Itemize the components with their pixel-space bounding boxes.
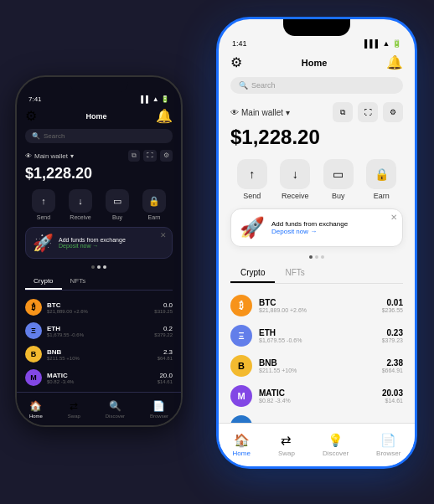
dark-nav-browser[interactable]: 📄 Browser	[150, 400, 168, 419]
light-dot-3	[321, 255, 324, 259]
dark-bnb-name: BNB	[47, 348, 158, 356]
dark-nav-discover-label: Discover	[106, 414, 125, 419]
dark-copy-icon[interactable]: ⧉	[128, 150, 140, 162]
dark-matic-qty: 20.0	[158, 372, 173, 379]
dark-nav-swap-label: Swap	[68, 414, 80, 419]
dark-search-bar[interactable]: 🔍 Search	[25, 129, 173, 143]
light-coin-matic[interactable]: M MATIC $0.82 -3.4% 20.03 $14.61	[230, 381, 403, 411]
dark-search-placeholder: Search	[44, 132, 65, 140]
light-screen: ⚙ Home 🔔 🔍 Search 👁 Main wallet ▾ ⧉ ⛶ ⚙	[219, 48, 415, 448]
dark-nav-discover[interactable]: 🔍 Discover	[106, 400, 125, 419]
dark-dot-3	[103, 265, 106, 269]
dark-gear-icon[interactable]: ⚙	[25, 108, 37, 124]
light-tab-nfts[interactable]: NFTs	[275, 264, 314, 283]
dark-matic-price: $0.82 -3.4%	[47, 379, 158, 384]
light-signals: ▌▌▌ ▲ 🔋	[364, 39, 401, 48]
dark-nav-home-label: Home	[29, 414, 43, 419]
dark-close-icon[interactable]: ✕	[160, 231, 167, 239]
dark-tabs: Crypto NFTs	[25, 274, 173, 291]
light-nav-home[interactable]: 🏠 Home	[233, 433, 251, 457]
dark-earn-label: Earn	[148, 214, 161, 220]
dark-earn-icon: 🔒	[142, 189, 166, 213]
light-settings-btn[interactable]: ⚙	[383, 102, 403, 122]
light-send-icon: ↑	[237, 159, 267, 189]
dark-matic-amount: 20.0 $14.61	[158, 372, 173, 384]
dark-eth-val: $379.22	[154, 332, 173, 337]
light-buy-label: Buy	[332, 192, 345, 200]
dark-eth-amount: 0.2 $379.22	[154, 325, 173, 337]
dark-eye-icon: 👁	[25, 152, 32, 160]
light-banner-link[interactable]: Deposit now →	[271, 228, 348, 235]
dark-coin-eth[interactable]: Ξ ETH $1,679.55 -0.6% 0.2 $379.22	[25, 319, 173, 342]
light-discover-icon: 💡	[328, 433, 344, 448]
dark-nav-swap[interactable]: ⇄ Swap	[68, 400, 80, 419]
light-home-icon: 🏠	[234, 433, 250, 448]
dark-phone: 7:41 ▌▌ ▲ 🔋 ⚙ Home 🔔 🔍 Search 👁 Main wal…	[15, 75, 183, 427]
dark-browser-icon: 📄	[152, 400, 165, 412]
light-coin-bnb[interactable]: B BNB $211.55 +10% 2.38 $664.91	[230, 351, 403, 381]
dark-coin-btc[interactable]: ₿ BTC $21,889.00 +2.6% 0.0 $319.25	[25, 296, 173, 319]
light-eth-info: ETH $1,679.55 -0.6%	[259, 328, 382, 343]
dark-tab-nfts[interactable]: NFTs	[62, 274, 95, 290]
light-banner: 🚀 Add funds from exchange Deposit now → …	[230, 208, 403, 247]
light-tab-crypto[interactable]: Crypto	[230, 264, 275, 283]
dark-btc-info: BTC $21,889.00 +2.6%	[47, 301, 154, 314]
dark-receive-button[interactable]: ↓ Receive	[69, 189, 92, 220]
dark-coin-bnb[interactable]: B BNB $211.55 +10% 2.3 $64.81	[25, 342, 173, 366]
dark-top-bar: ⚙ Home 🔔	[25, 108, 173, 124]
light-expand-btn[interactable]: ⛶	[358, 102, 378, 122]
dark-coin-matic[interactable]: M MATIC $0.82 -3.4% 20.0 $14.61	[25, 366, 173, 389]
light-wallet-row: 👁 Main wallet ▾ ⧉ ⛶ ⚙	[230, 102, 403, 122]
light-send-button[interactable]: ↑ Send	[237, 159, 267, 200]
light-earn-label: Earn	[374, 192, 390, 200]
light-banner-text: Add funds from exchange	[271, 220, 348, 228]
light-earn-button[interactable]: 🔒 Earn	[366, 159, 396, 200]
dark-bell-icon[interactable]: 🔔	[156, 108, 173, 124]
light-btc-icon: ₿	[230, 295, 252, 316]
light-eth-qty: 0.23	[382, 328, 403, 337]
dark-eth-icon: Ξ	[25, 322, 42, 339]
light-eth-price: $1,679.55 -0.6%	[259, 337, 382, 343]
dark-tab-crypto[interactable]: Crypto	[25, 274, 62, 290]
light-nav-discover[interactable]: 💡 Discover	[323, 433, 349, 457]
light-time: 1:41	[232, 39, 247, 48]
dark-buy-button[interactable]: ▭ Buy	[106, 189, 129, 220]
light-bell-icon[interactable]: 🔔	[386, 54, 403, 70]
light-btc-amount: 0.01 $236.55	[382, 298, 403, 313]
light-banner-emoji: 🚀	[240, 216, 265, 239]
dark-buy-label: Buy	[112, 214, 122, 220]
light-earn-icon: 🔒	[366, 159, 396, 189]
light-search-placeholder: Search	[251, 81, 276, 90]
light-action-buttons: ↑ Send ↓ Receive ▭ Buy 🔒 Earn	[230, 159, 403, 200]
light-chevron-icon: ▾	[286, 108, 290, 117]
dark-banner-link[interactable]: Deposit now →	[59, 243, 126, 249]
light-search-bar[interactable]: 🔍 Search	[230, 77, 403, 94]
light-buy-button[interactable]: ▭ Buy	[323, 159, 354, 200]
light-bnb-amount: 2.38 $664.91	[382, 358, 403, 373]
dark-receive-label: Receive	[70, 214, 90, 220]
light-gear-icon[interactable]: ⚙	[230, 54, 242, 70]
light-bnb-name: BNB	[259, 358, 382, 368]
dark-expand-icon[interactable]: ⛶	[143, 150, 157, 162]
dark-bottom-nav: 🏠 Home ⇄ Swap 🔍 Discover 📄 Browser	[17, 392, 181, 425]
light-close-icon[interactable]: ✕	[390, 213, 397, 222]
light-dot-1	[309, 255, 313, 259]
dark-send-button[interactable]: ↑ Send	[32, 189, 55, 220]
dark-signals: ▌▌ ▲ 🔋	[141, 95, 169, 103]
dark-nav-home[interactable]: 🏠 Home	[29, 400, 43, 419]
light-coin-btc[interactable]: ₿ BTC $21,889.00 +2.6% 0.01 $236.55	[230, 291, 403, 321]
dark-btc-icon: ₿	[25, 299, 42, 316]
light-nav-browser[interactable]: 📄 Browser	[376, 433, 400, 457]
light-eth-val: $379.23	[382, 337, 403, 343]
dark-earn-button[interactable]: 🔒 Earn	[142, 189, 166, 220]
light-coin-eth[interactable]: Ξ ETH $1,679.55 -0.6% 0.23 $379.23	[230, 321, 403, 351]
light-receive-button[interactable]: ↓ Receive	[280, 159, 310, 200]
light-copy-btn[interactable]: ⧉	[333, 102, 353, 122]
dark-settings-icon[interactable]: ⚙	[160, 150, 173, 162]
light-bnb-icon: B	[230, 355, 252, 377]
light-nav-swap[interactable]: ⇄ Swap	[278, 433, 295, 457]
light-banner-content: Add funds from exchange Deposit now →	[271, 220, 348, 235]
light-nav-browser-label: Browser	[376, 450, 400, 457]
dark-bnb-val: $64.81	[158, 356, 173, 361]
dark-btc-qty: 0.0	[154, 301, 173, 309]
